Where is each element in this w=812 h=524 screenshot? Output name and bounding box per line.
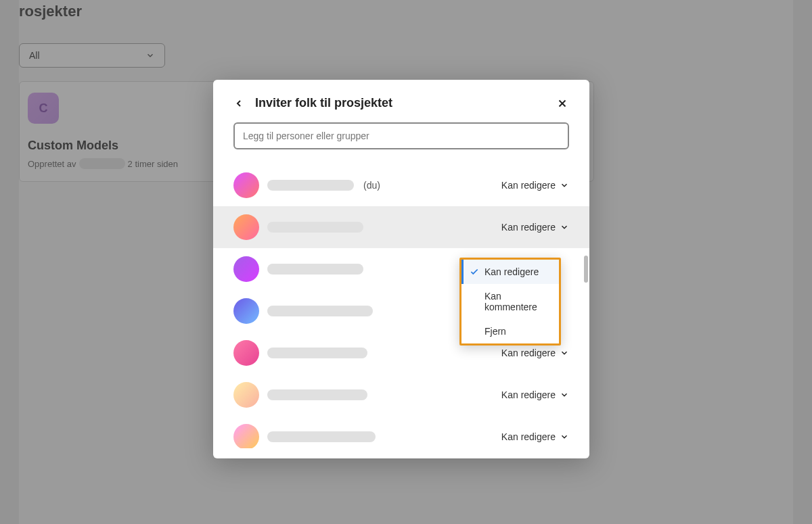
permission-label: Kan redigere bbox=[501, 431, 556, 442]
member-row: Kan redigere bbox=[213, 374, 589, 416]
chevron-down-icon bbox=[560, 348, 569, 358]
member-name-placeholder bbox=[267, 431, 376, 442]
permission-option-label: Fjern bbox=[484, 326, 506, 337]
member-name-placeholder bbox=[267, 180, 354, 191]
member-row: Kan redigere bbox=[213, 416, 589, 448]
member-left bbox=[233, 424, 376, 448]
permission-select[interactable]: Kan redigere bbox=[501, 180, 569, 191]
member-left bbox=[233, 256, 363, 282]
member-name-placeholder bbox=[267, 348, 367, 358]
member-left bbox=[233, 298, 373, 324]
avatar bbox=[233, 424, 259, 448]
member-name-placeholder bbox=[267, 222, 363, 233]
close-button[interactable] bbox=[556, 97, 569, 110]
permission-label: Kan redigere bbox=[501, 348, 556, 358]
permission-label: Kan redigere bbox=[501, 222, 556, 233]
chevron-left-icon bbox=[233, 98, 244, 109]
member-name-placeholder bbox=[267, 389, 367, 400]
permission-select[interactable]: Kan redigere bbox=[501, 431, 569, 442]
avatar bbox=[233, 298, 259, 324]
avatar bbox=[233, 214, 259, 240]
avatar bbox=[233, 340, 259, 366]
chevron-down-icon bbox=[560, 222, 569, 232]
chevron-down-icon bbox=[560, 432, 569, 442]
back-button[interactable] bbox=[233, 97, 246, 110]
avatar bbox=[233, 172, 259, 198]
member-left bbox=[233, 340, 367, 366]
chevron-down-icon bbox=[560, 390, 569, 400]
search-placeholder: Legg til personer eller grupper bbox=[243, 130, 369, 141]
member-row: (du)Kan redigere bbox=[213, 164, 589, 206]
permission-option[interactable]: Fjern bbox=[461, 319, 559, 343]
permission-select[interactable]: Kan redigere bbox=[501, 348, 569, 358]
close-icon bbox=[556, 97, 568, 110]
member-left: (du) bbox=[233, 172, 380, 198]
permission-select[interactable]: Kan redigere bbox=[501, 389, 569, 400]
permission-option[interactable]: Kan redigere bbox=[461, 260, 559, 284]
permission-select[interactable]: Kan redigere bbox=[501, 222, 569, 233]
modal-title: Inviter folk til prosjektet bbox=[255, 96, 392, 110]
permission-label: Kan redigere bbox=[501, 389, 556, 400]
member-left bbox=[233, 382, 367, 408]
add-people-input[interactable]: Legg til personer eller grupper bbox=[233, 122, 569, 149]
avatar bbox=[233, 382, 259, 408]
permission-option-label: Kan kommentere bbox=[484, 291, 551, 312]
permission-option-label: Kan redigere bbox=[484, 266, 539, 277]
permission-option[interactable]: Kan kommentere bbox=[461, 284, 559, 319]
member-left bbox=[233, 214, 363, 240]
member-row: Kan redigere bbox=[213, 206, 589, 248]
modal-header-left: Inviter folk til prosjektet bbox=[233, 96, 392, 110]
member-name-placeholder bbox=[267, 306, 373, 316]
member-name-placeholder bbox=[267, 264, 363, 275]
avatar bbox=[233, 256, 259, 282]
permission-dropdown: Kan redigereKan kommentereFjern bbox=[459, 258, 561, 346]
modal-header: Inviter folk til prosjektet bbox=[213, 80, 589, 122]
permission-label: Kan redigere bbox=[501, 180, 556, 191]
chevron-down-icon bbox=[560, 181, 569, 190]
check-icon bbox=[470, 267, 479, 277]
scrollbar[interactable] bbox=[584, 256, 588, 283]
you-suffix: (du) bbox=[363, 180, 380, 191]
